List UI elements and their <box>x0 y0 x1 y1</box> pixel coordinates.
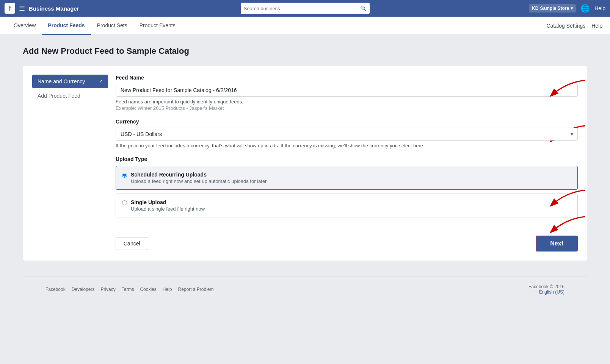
footer-privacy[interactable]: Privacy <box>100 287 115 292</box>
tab-product-events[interactable]: Product Events <box>133 17 182 35</box>
help-subnav-link[interactable]: Help <box>591 23 602 29</box>
page-title: Add New Product Feed to Sample Catalog <box>23 46 587 56</box>
search-bar: 🔍 <box>241 3 370 14</box>
footer-cookies[interactable]: Cookies <box>140 287 156 292</box>
upload-radio-single[interactable] <box>122 200 127 205</box>
search-input[interactable] <box>241 6 357 11</box>
form-panel: Feed Name Feed names are important to qu… <box>116 75 578 252</box>
menu-icon[interactable]: ☰ <box>19 4 25 12</box>
footer-developers[interactable]: Developers <box>72 287 95 292</box>
help-nav-link[interactable]: Help <box>594 5 605 11</box>
footer-report[interactable]: Report a Problem <box>178 287 213 292</box>
feed-name-group: Feed Name Feed names are important to qu… <box>116 75 578 111</box>
tab-product-feeds[interactable]: Product Feeds <box>42 17 91 35</box>
upload-type-group: Upload Type Scheduled Recurring Uploads … <box>116 156 578 217</box>
tab-product-sets[interactable]: Product Sets <box>91 17 133 35</box>
main-content: Add New Product Feed to Sample Catalog N… <box>0 35 610 314</box>
footer: Facebook Developers Privacy Terms Cookie… <box>23 276 587 302</box>
sub-navigation: Overview Product Feeds Product Sets Prod… <box>0 17 610 35</box>
scheduled-desc: Upload a feed right now and set up autom… <box>131 178 267 184</box>
feed-name-label: Feed Name <box>116 75 578 81</box>
search-icon: 🔍 <box>357 5 370 11</box>
footer-help[interactable]: Help <box>163 287 172 292</box>
currency-hint: If the price in your feed includes a cur… <box>116 143 578 148</box>
next-button[interactable]: Next <box>536 236 578 252</box>
upload-radio-scheduled[interactable] <box>122 173 127 178</box>
scheduled-title: Scheduled Recurring Uploads <box>131 172 267 178</box>
step-add-product-feed[interactable]: Add Product Feed <box>32 89 108 103</box>
user-name: Sample Store <box>540 6 569 11</box>
currency-select[interactable]: USD - US Dollars EUR - Euros GBP - Briti… <box>116 128 578 141</box>
currency-group: Currency USD - US Dollars EUR - Euros GB… <box>116 119 578 148</box>
app-title: Business Manager <box>29 5 79 12</box>
wizard-container: Name and Currency ✓ Add Product Feed <box>23 65 587 261</box>
footer-copyright: Facebook © 2016 English (US) <box>528 284 565 295</box>
action-bar: Cancel Next <box>116 228 578 252</box>
footer-links: Facebook Developers Privacy Terms Cookie… <box>45 287 214 292</box>
steps-sidebar: Name and Currency ✓ Add Product Feed <box>32 75 108 252</box>
catalog-settings-link[interactable]: Catalog Settings <box>546 23 585 29</box>
feed-name-input[interactable] <box>116 84 578 97</box>
currency-label: Currency <box>116 119 578 125</box>
upload-option-single[interactable]: Single Upload Upload a single feed file … <box>116 194 578 217</box>
feed-name-hint: Feed names are important to quickly iden… <box>116 99 578 105</box>
user-initials: KD <box>532 6 538 11</box>
footer-terms[interactable]: Terms <box>122 287 134 292</box>
currency-select-wrapper: USD - US Dollars EUR - Euros GBP - Briti… <box>116 128 578 141</box>
globe-icon[interactable]: 🌐 <box>580 4 590 13</box>
user-menu[interactable]: KD Sample Store ▾ <box>529 4 576 12</box>
top-navigation: f ☰ Business Manager 🔍 KD Sample Store ▾… <box>0 0 610 17</box>
step-name-currency[interactable]: Name and Currency ✓ <box>32 75 108 88</box>
single-title: Single Upload <box>131 199 205 205</box>
tab-overview[interactable]: Overview <box>8 17 42 35</box>
feed-name-example: Example: Winter 2015 Products - Jasper's… <box>116 105 578 111</box>
upload-type-label: Upload Type <box>116 156 578 162</box>
single-desc: Upload a single feed file right now <box>131 206 205 212</box>
footer-facebook[interactable]: Facebook <box>45 287 66 292</box>
chevron-down-icon: ▾ <box>571 6 573 11</box>
upload-option-scheduled[interactable]: Scheduled Recurring Uploads Upload a fee… <box>116 166 578 190</box>
facebook-logo: f <box>5 3 15 14</box>
cancel-button[interactable]: Cancel <box>116 237 148 250</box>
check-icon: ✓ <box>99 79 103 84</box>
